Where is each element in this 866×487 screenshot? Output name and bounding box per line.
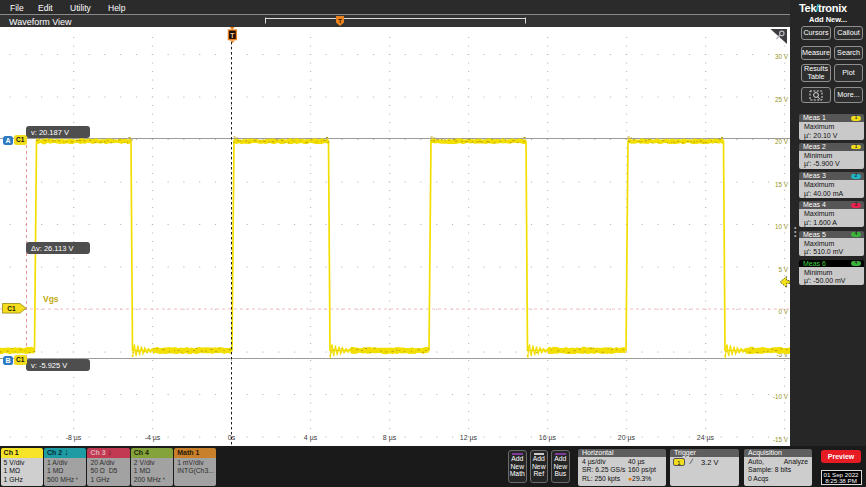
svg-text:-4 µs: -4 µs [145, 434, 161, 442]
svg-text:-8 µs: -8 µs [66, 434, 82, 442]
svg-text:T: T [338, 18, 342, 24]
svg-text:T: T [230, 31, 235, 40]
svg-text:12 µs: 12 µs [460, 434, 478, 442]
svg-text:-15 V: -15 V [773, 436, 789, 443]
svg-text:Vgs: Vgs [43, 294, 59, 304]
svg-text:5 V: 5 V [779, 266, 789, 273]
svg-text:4 µs: 4 µs [304, 434, 318, 442]
svg-text:20 V: 20 V [775, 138, 789, 145]
svg-text:C1: C1 [7, 305, 16, 312]
svg-text:-10 V: -10 V [773, 393, 789, 400]
svg-text:10 V: 10 V [775, 223, 789, 230]
svg-text:20 µs: 20 µs [618, 434, 636, 442]
svg-text:24 µs: 24 µs [697, 434, 715, 442]
svg-text:25 V: 25 V [775, 96, 789, 103]
svg-text:8 µs: 8 µs [383, 434, 397, 442]
svg-text:16 µs: 16 µs [539, 434, 557, 442]
svg-text:30 V: 30 V [775, 53, 789, 60]
svg-text:15 V: 15 V [775, 181, 789, 188]
